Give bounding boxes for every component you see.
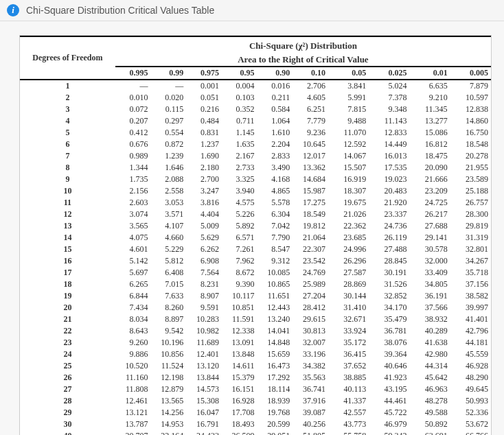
value-cell: 40.289 [409, 325, 450, 337]
value-cell: 2.167 [222, 150, 257, 162]
value-cell: 53.672 [450, 419, 491, 430]
value-cell: 14.848 [257, 337, 293, 349]
alpha-header: 0.99 [151, 67, 187, 80]
value-cell: 0.103 [222, 92, 257, 104]
value-cell: 30.578 [409, 244, 450, 255]
value-cell: 39.997 [450, 302, 491, 314]
table-row: 40.2070.2970.4840.7111.0647.7799.48811.1… [20, 115, 491, 127]
value-cell: 8.034 [115, 314, 151, 325]
value-cell: 13.844 [186, 372, 222, 384]
value-cell: 14.860 [450, 115, 491, 127]
value-cell: 3.841 [328, 80, 369, 92]
value-cell: 40.113 [328, 384, 369, 395]
value-cell: 1.239 [151, 150, 187, 162]
df-cell: 18 [20, 279, 115, 290]
value-cell: 5.812 [151, 255, 187, 267]
value-cell: 2.706 [293, 80, 328, 92]
df-cell: 11 [20, 197, 115, 209]
value-cell: 15.308 [186, 395, 222, 407]
value-cell: 12.017 [293, 150, 328, 162]
table-row: 2510.52011.52413.12014.61116.47334.38237… [20, 360, 491, 372]
value-cell: 10.085 [257, 267, 293, 279]
value-cell: 1.635 [222, 139, 257, 150]
df-cell: 9 [20, 174, 115, 185]
value-cell: 24.996 [328, 244, 369, 255]
value-cell: 9.210 [409, 92, 450, 104]
value-cell: 16.013 [369, 150, 409, 162]
table-row: 2611.16012.19813.84415.37917.29235.56338… [20, 372, 491, 384]
value-cell: 4.605 [293, 92, 328, 104]
alpha-header: 0.995 [115, 67, 151, 80]
value-cell: 17.292 [257, 372, 293, 384]
value-cell: 31.319 [450, 232, 491, 244]
table-row: 91.7352.0882.7003.3254.16814.68416.91919… [20, 174, 491, 185]
value-cell: 0.020 [151, 92, 187, 104]
table-row: 1——0.0010.0040.0162.7063.8415.0246.6357.… [20, 80, 491, 92]
table-row: 165.1425.8126.9087.9629.31223.54226.2962… [20, 255, 491, 267]
value-cell: 39.364 [369, 349, 409, 360]
df-cell: 13 [20, 220, 115, 232]
value-cell: 7.790 [257, 232, 293, 244]
value-cell: 0.584 [257, 104, 293, 115]
value-cell: 0.004 [222, 80, 257, 92]
value-cell: 31.410 [328, 302, 369, 314]
value-cell: 15.659 [257, 349, 293, 360]
value-cell: 7.015 [151, 279, 187, 290]
value-cell: 4.168 [257, 174, 293, 185]
value-cell: 20.599 [257, 419, 293, 430]
value-cell: 4.660 [151, 232, 187, 244]
value-cell: 4.601 [115, 244, 151, 255]
value-cell: 36.781 [369, 325, 409, 337]
value-cell: 3.490 [257, 162, 293, 174]
value-cell: 4.107 [151, 220, 187, 232]
table-row: 2711.80812.87914.57316.15118.11436.74140… [20, 384, 491, 395]
value-cell: 29.819 [450, 220, 491, 232]
value-cell: 10.851 [222, 302, 257, 314]
value-cell: 35.479 [369, 314, 409, 325]
table-row: 218.0348.89710.28311.59113.24029.61532.6… [20, 314, 491, 325]
value-cell: 46.963 [409, 384, 450, 395]
value-cell: 32.801 [450, 244, 491, 255]
df-cell: 5 [20, 127, 115, 139]
value-cell: 29.141 [409, 232, 450, 244]
value-cell: 18.114 [257, 384, 293, 395]
value-cell: 37.156 [450, 279, 491, 290]
value-cell: 9.390 [222, 279, 257, 290]
value-cell: 24.769 [293, 267, 328, 279]
value-cell: 21.064 [293, 232, 328, 244]
df-cell: 20 [20, 302, 115, 314]
value-cell: 0.016 [257, 80, 293, 92]
value-cell: 1.690 [186, 150, 222, 162]
df-cell: 3 [20, 104, 115, 115]
value-cell: 12.338 [222, 325, 257, 337]
df-cell: 6 [20, 139, 115, 150]
table-row: 81.3441.6462.1802.7333.49013.36215.50717… [20, 162, 491, 174]
value-cell: 26.217 [409, 209, 450, 220]
value-cell: 13.848 [222, 349, 257, 360]
value-cell: 6.844 [115, 290, 151, 302]
table-row: 30.0720.1150.2160.3520.5846.2517.8159.34… [20, 104, 491, 115]
value-cell: 0.207 [115, 115, 151, 127]
value-cell: 26.757 [450, 197, 491, 209]
value-cell: 42.796 [450, 325, 491, 337]
value-cell: 2.700 [186, 174, 222, 185]
value-cell: 21.955 [450, 162, 491, 174]
value-cell: 3.247 [186, 185, 222, 197]
value-cell: 6.304 [257, 209, 293, 220]
value-cell: 44.461 [369, 395, 409, 407]
value-cell: 9.542 [151, 325, 187, 337]
df-cell: 29 [20, 407, 115, 419]
value-cell: 24.433 [186, 430, 222, 435]
value-cell: 13.787 [115, 419, 151, 430]
df-cell: 1 [20, 80, 115, 92]
value-cell: 5.142 [115, 255, 151, 267]
value-cell: 2.088 [151, 174, 187, 185]
page-header: i Chi-Square Distribution Critical Value… [0, 0, 504, 21]
value-cell: 44.314 [409, 360, 450, 372]
value-cell: 19.768 [257, 407, 293, 419]
value-cell: 16.919 [328, 174, 369, 185]
value-cell: 0.676 [115, 139, 151, 150]
df-cell: 12 [20, 209, 115, 220]
value-cell: 41.337 [328, 395, 369, 407]
df-cell: 24 [20, 349, 115, 360]
